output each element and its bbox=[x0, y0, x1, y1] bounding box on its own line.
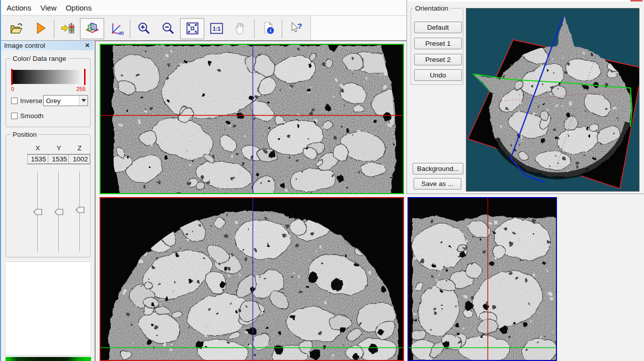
slice-image-side bbox=[409, 198, 556, 360]
palette-select[interactable]: Grey bbox=[43, 95, 88, 106]
inverse-checkbox[interactable] bbox=[11, 98, 18, 104]
one-to-one-button[interactable]: 1:1 bbox=[204, 18, 228, 39]
gray-gradient-bar[interactable] bbox=[11, 70, 86, 84]
orientation-group: Orientation Default Preset 1 Preset 2 Un… bbox=[411, 8, 463, 85]
inverse-row: Inverse Grey bbox=[11, 95, 89, 106]
render-3d-view[interactable] bbox=[466, 8, 639, 192]
fit-view-button[interactable] bbox=[180, 18, 204, 39]
z-slider[interactable] bbox=[75, 171, 85, 252]
orientation-label: Orientation bbox=[413, 5, 450, 12]
range-max-label: 255 bbox=[76, 86, 86, 92]
axes-3d-icon: 3D bbox=[109, 21, 124, 36]
info-glyph: i bbox=[270, 28, 271, 33]
help-glyph: ? bbox=[297, 22, 302, 30]
save-as-button[interactable]: Save as ... bbox=[414, 178, 461, 190]
x-slider[interactable] bbox=[33, 171, 43, 252]
inverse-label: Inverse bbox=[20, 97, 42, 105]
render-3d-image bbox=[466, 9, 639, 191]
slice-planes-icon bbox=[85, 21, 100, 36]
z-value[interactable]: 1002 bbox=[69, 155, 90, 163]
image-info-icon: i bbox=[261, 21, 276, 36]
range-min-label: 0 bbox=[11, 86, 14, 92]
one-to-one-icon: 1:1 bbox=[209, 21, 224, 36]
toolbar-separator bbox=[282, 19, 282, 38]
smooth-label: Smooth bbox=[20, 112, 44, 120]
zoom-in-icon bbox=[137, 21, 151, 36]
slice-image-top bbox=[101, 198, 403, 360]
axes3d-glyph: 3D bbox=[119, 31, 124, 36]
open-button[interactable] bbox=[4, 18, 28, 39]
position-label: Position bbox=[11, 131, 39, 138]
axis-x-label: X bbox=[27, 144, 48, 152]
one-to-one-glyph: 1:1 bbox=[212, 26, 220, 32]
slice-planes-button[interactable] bbox=[80, 18, 104, 39]
y-slider[interactable] bbox=[54, 171, 64, 252]
green-gradient-bar bbox=[6, 357, 91, 361]
toolbar-separator bbox=[130, 19, 130, 38]
slice-view-side[interactable] bbox=[408, 197, 557, 361]
axes-3d-button[interactable]: 3D bbox=[104, 18, 128, 39]
panel-header: Image control × bbox=[1, 41, 94, 50]
slice-image-front bbox=[101, 45, 403, 193]
slice-view-front[interactable] bbox=[100, 44, 404, 194]
info-box bbox=[5, 261, 91, 355]
context-help-icon: ? bbox=[289, 21, 303, 36]
color-range-group: Color/ Data range 0 255 Inverse Grey Smo… bbox=[6, 58, 91, 127]
import-icon bbox=[61, 21, 75, 36]
palette-value: Grey bbox=[44, 97, 79, 105]
pan-button[interactable] bbox=[228, 18, 253, 39]
chevron-down-icon[interactable] bbox=[79, 96, 88, 106]
pan-icon bbox=[233, 21, 248, 36]
axis-y-label: Y bbox=[48, 144, 69, 152]
toolbar-chunk: 3D1:1i? bbox=[1, 16, 311, 40]
axis-z-label: Z bbox=[69, 144, 90, 152]
range-min-marker[interactable] bbox=[11, 69, 13, 85]
toolbar-separator bbox=[254, 19, 255, 38]
panel-title: Image control bbox=[1, 42, 85, 49]
menu-options[interactable]: Options bbox=[61, 1, 96, 15]
context-help-button[interactable]: ? bbox=[284, 18, 308, 39]
preset-2-button[interactable]: Preset 2 bbox=[414, 54, 462, 65]
default-button[interactable]: Default bbox=[414, 22, 462, 33]
range-max-marker[interactable] bbox=[84, 69, 86, 85]
position-group: Position X Y Z 1535 1535 1002 bbox=[6, 134, 91, 257]
import-button[interactable] bbox=[56, 18, 80, 39]
dialog-close-button[interactable] bbox=[630, 0, 642, 2]
menu-view[interactable]: View bbox=[36, 1, 61, 15]
background-button[interactable]: Background... bbox=[413, 163, 463, 174]
zoom-out-icon bbox=[161, 21, 176, 36]
app-window: Actions View Options 3D1:1i? Image contr… bbox=[0, 0, 644, 361]
run-button[interactable] bbox=[28, 18, 52, 39]
preset-1-button[interactable]: Preset 1 bbox=[414, 38, 462, 49]
zoom-in-button[interactable] bbox=[132, 18, 156, 39]
open-icon bbox=[9, 21, 24, 36]
smooth-row: Smooth bbox=[11, 112, 44, 120]
fit-view-icon bbox=[185, 21, 200, 36]
smooth-checkbox[interactable] bbox=[11, 113, 18, 119]
undo-button[interactable]: Undo bbox=[414, 69, 462, 81]
x-value[interactable]: 1535 bbox=[27, 155, 48, 163]
range-labels: 0 255 bbox=[11, 86, 86, 92]
dialog-titlebar-sliver bbox=[407, 0, 644, 2]
z-slider-thumb[interactable] bbox=[75, 206, 85, 215]
y-slider-thumb[interactable] bbox=[54, 208, 63, 217]
menu-actions[interactable]: Actions bbox=[2, 1, 36, 15]
image-control-panel: Image control × Color/ Data range 0 255 … bbox=[1, 41, 95, 361]
y-value[interactable]: 1535 bbox=[48, 155, 69, 163]
window-left-border bbox=[0, 0, 1, 361]
color-range-label: Color/ Data range bbox=[11, 55, 68, 62]
zoom-out-button[interactable] bbox=[156, 18, 180, 39]
slice-view-top[interactable] bbox=[100, 197, 404, 361]
toolbar-separator bbox=[54, 19, 54, 38]
image-info-button[interactable]: i bbox=[256, 18, 280, 39]
x-slider-thumb[interactable] bbox=[33, 208, 42, 217]
orientation-dialog: Orientation Default Preset 1 Preset 2 Un… bbox=[407, 0, 644, 194]
position-values: 1535 1535 1002 bbox=[27, 154, 90, 164]
panel-close-button[interactable]: × bbox=[85, 41, 94, 50]
run-icon bbox=[33, 21, 48, 36]
